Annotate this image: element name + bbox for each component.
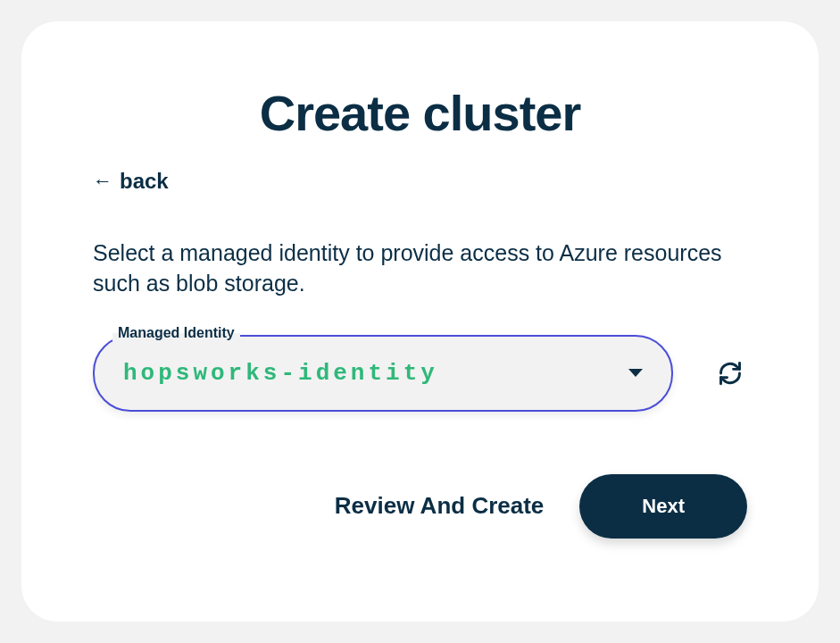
arrow-left-icon: ← bbox=[93, 170, 112, 193]
managed-identity-field: Managed Identity hopsworks-identity bbox=[93, 335, 673, 412]
review-and-create-button[interactable]: Review And Create bbox=[335, 492, 545, 520]
chevron-down-icon bbox=[628, 369, 643, 377]
refresh-icon bbox=[718, 361, 743, 386]
refresh-button[interactable] bbox=[718, 361, 743, 386]
select-value: hopsworks-identity bbox=[123, 360, 438, 387]
footer-actions: Review And Create Next bbox=[93, 474, 747, 539]
back-button[interactable]: ← back bbox=[93, 169, 169, 194]
select-row: Managed Identity hopsworks-identity bbox=[93, 335, 747, 412]
select-label: Managed Identity bbox=[112, 325, 240, 341]
next-button[interactable]: Next bbox=[579, 474, 747, 539]
main-card: Create cluster ← back Select a managed i… bbox=[21, 21, 819, 622]
page-title: Create cluster bbox=[93, 84, 747, 142]
managed-identity-select[interactable]: hopsworks-identity bbox=[93, 335, 673, 412]
back-label: back bbox=[120, 169, 169, 194]
description-text: Select a managed identity to provide acc… bbox=[93, 238, 747, 299]
